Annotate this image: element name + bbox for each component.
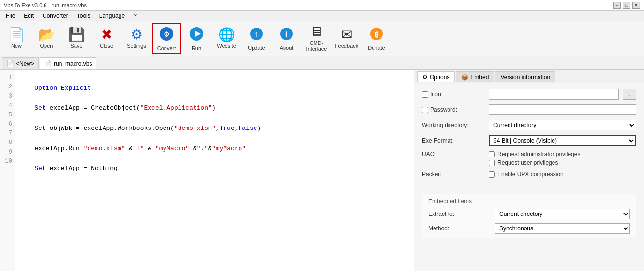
- exe-format-select[interactable]: 64 Bit | Console (Visible) 32 Bit | Cons…: [489, 135, 636, 146]
- editor-tab-bar: 📄 <New> 📄 run_macro.vbs: [0, 56, 644, 70]
- uac-user-label[interactable]: Request user privileges: [489, 159, 636, 166]
- maximize-button[interactable]: □: [623, 2, 630, 9]
- settings-icon: ⚙: [131, 28, 143, 42]
- donate-label: Donate: [368, 45, 385, 51]
- working-dir-select[interactable]: Current directory Temp directory Script …: [489, 120, 636, 130]
- uac-admin-checkbox[interactable]: [489, 151, 495, 157]
- donate-icon: ₿: [369, 27, 384, 43]
- run-label: Run: [192, 45, 201, 51]
- save-icon: 💾: [68, 28, 85, 42]
- about-icon: i: [279, 27, 294, 43]
- window-controls: − □ ✕: [613, 2, 640, 9]
- close-button[interactable]: ✕: [632, 2, 640, 9]
- close-file-button[interactable]: ✖ Close: [92, 23, 121, 54]
- extract-to-select[interactable]: Current directory Temp directory: [495, 209, 630, 219]
- code-editor[interactable]: 12345678910 Option Explicit Set excelApp…: [0, 70, 414, 271]
- method-row: Method: Synchronous Asynchronous: [428, 223, 630, 234]
- packer-row: Packer: Enable UPX compression: [422, 171, 636, 178]
- tab-new-icon: 📄: [6, 60, 14, 67]
- save-button[interactable]: 💾 Save: [62, 23, 91, 54]
- exe-format-label: Exe-Format:: [422, 137, 485, 144]
- toolbar: 📄 New 📂 Open 💾 Save ✖ Close ⚙ Settings ⚙…: [0, 21, 644, 56]
- menu-tools[interactable]: Tools: [73, 12, 94, 20]
- cmd-icon: 🖥: [310, 25, 323, 39]
- menu-language[interactable]: Language: [95, 12, 129, 20]
- app-title: Vbs To Exe v3.0.6 - run_macro.vbs: [4, 2, 87, 8]
- menu-file[interactable]: File: [2, 12, 19, 20]
- tab-run-macro-icon: 📄: [44, 60, 52, 67]
- tab-new[interactable]: 📄 <New>: [2, 57, 39, 69]
- close-label: Close: [100, 43, 113, 49]
- menu-help[interactable]: ?: [130, 12, 141, 20]
- uac-user-checkbox[interactable]: [489, 160, 495, 166]
- feedback-button[interactable]: ✉ Feedback: [332, 23, 361, 54]
- packer-upx-checkbox[interactable]: [489, 171, 495, 178]
- settings-button[interactable]: ⚙ Settings: [122, 23, 151, 54]
- method-select[interactable]: Synchronous Asynchronous: [495, 223, 630, 234]
- uac-admin-label[interactable]: Request administrator privileges: [489, 151, 636, 157]
- uac-row: UAC: Request administrator privileges Re…: [422, 151, 636, 166]
- exe-format-row: Exe-Format: 64 Bit | Console (Visible) 3…: [422, 135, 636, 146]
- new-button[interactable]: 📄 New: [2, 23, 31, 54]
- line-numbers: 12345678910: [0, 70, 15, 271]
- password-checkbox[interactable]: [422, 107, 428, 113]
- title-bar: Vbs To Exe v3.0.6 - run_macro.vbs − □ ✕: [0, 0, 644, 11]
- version-tab-label: Version information: [500, 74, 550, 81]
- new-icon: 📄: [8, 28, 25, 42]
- embedded-title: Embedded items: [428, 198, 630, 205]
- uac-checkboxes: Request administrator privileges Request…: [489, 151, 636, 166]
- tab-new-label: <New>: [16, 60, 34, 67]
- menu-converter[interactable]: Converter: [39, 12, 72, 20]
- website-button[interactable]: 🌐 Website: [212, 23, 241, 54]
- svg-text:⚙: ⚙: [164, 30, 170, 38]
- cmd-label: CMD-Interface: [303, 40, 329, 52]
- website-icon: 🌐: [218, 28, 235, 42]
- svg-text:₿: ₿: [375, 30, 378, 38]
- panel-tab-version[interactable]: Version information: [495, 71, 555, 82]
- main-layout: 12345678910 Option Explicit Set excelApp…: [0, 70, 644, 271]
- panel-tab-options[interactable]: ⚙ Options: [417, 71, 455, 82]
- update-button[interactable]: ↑ Update: [242, 23, 271, 54]
- save-label: Save: [70, 43, 82, 49]
- new-label: New: [11, 43, 22, 49]
- open-label: Open: [40, 43, 53, 49]
- update-label: Update: [248, 45, 265, 51]
- feedback-label: Feedback: [335, 43, 358, 49]
- close-icon: ✖: [101, 28, 112, 42]
- settings-label: Settings: [127, 43, 146, 49]
- icon-label: Icon:: [422, 91, 485, 98]
- extract-to-row: Extract to: Current directory Temp direc…: [428, 209, 630, 219]
- cmd-interface-button[interactable]: 🖥 CMD-Interface: [302, 23, 331, 54]
- update-icon: ↑: [249, 27, 264, 43]
- convert-label: Convert: [157, 45, 176, 51]
- right-panel: ⚙ Options 📦 Embed Version information Ic…: [414, 70, 644, 271]
- open-button[interactable]: 📂 Open: [32, 23, 61, 54]
- password-label: Password:: [422, 106, 485, 113]
- embedded-section: Embedded items Extract to: Current direc…: [422, 194, 636, 238]
- packer-upx-label[interactable]: Enable UPX compression: [489, 171, 564, 178]
- svg-text:i: i: [285, 30, 287, 38]
- working-dir-label: Working directory:: [422, 122, 485, 128]
- password-row: Password:: [422, 104, 636, 115]
- svg-text:↑: ↑: [255, 30, 258, 38]
- options-tab-icon: ⚙: [422, 74, 428, 81]
- menu-edit[interactable]: Edit: [20, 12, 38, 20]
- run-button[interactable]: Run: [182, 23, 211, 54]
- donate-button[interactable]: ₿ Donate: [362, 23, 391, 54]
- tab-run-macro[interactable]: 📄 run_macro.vbs: [40, 57, 96, 69]
- tab-run-macro-label: run_macro.vbs: [54, 60, 92, 67]
- password-input[interactable]: [489, 104, 636, 115]
- icon-browse-button[interactable]: ...: [623, 89, 636, 100]
- run-icon: [189, 26, 204, 44]
- code-content[interactable]: Option Explicit Set excelApp = CreateObj…: [15, 70, 414, 271]
- icon-checkbox[interactable]: [422, 91, 428, 98]
- convert-button[interactable]: ⚙ Convert: [152, 23, 181, 54]
- panel-tabs: ⚙ Options 📦 Embed Version information: [414, 70, 644, 83]
- embed-tab-label: Embed: [470, 74, 489, 81]
- panel-tab-embed[interactable]: 📦 Embed: [456, 71, 494, 82]
- uac-label: UAC:: [422, 151, 485, 157]
- minimize-button[interactable]: −: [613, 2, 621, 9]
- about-button[interactable]: i About: [272, 23, 301, 54]
- icon-input[interactable]: [489, 89, 619, 100]
- method-label: Method:: [428, 225, 491, 232]
